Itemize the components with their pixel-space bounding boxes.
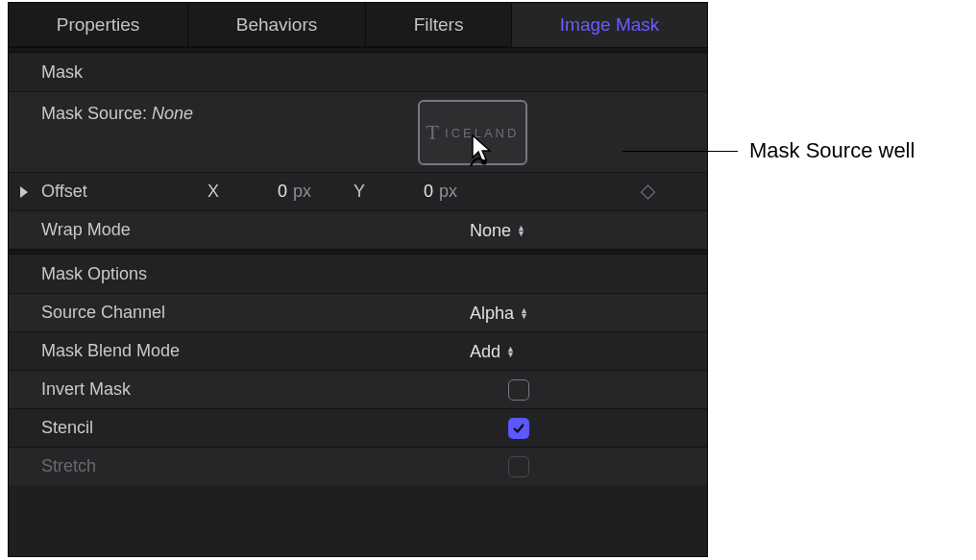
offset-row: Offset X 0 px Y 0 px [9, 172, 707, 210]
stencil-row: Stencil [9, 408, 707, 447]
section-header-mask: Mask [9, 53, 707, 91]
popup-stepper-icon: ▲▼ [520, 307, 528, 319]
popup-stepper-icon: ▲▼ [506, 346, 515, 357]
stencil-label: Stencil [41, 418, 205, 438]
offset-x-field[interactable]: 0 px [222, 182, 322, 202]
stretch-checkbox [508, 456, 529, 477]
source-channel-label: Source Channel [41, 303, 205, 323]
invert-mask-label: Invert Mask [41, 379, 205, 400]
invert-mask-row: Invert Mask [9, 370, 707, 408]
tab-properties[interactable]: Properties [9, 3, 188, 47]
blend-mode-value: Add [470, 341, 500, 361]
source-channel-value: Alpha [470, 303, 514, 323]
text-layer-icon: T [427, 120, 439, 145]
wrap-mode-label: Wrap Mode [41, 220, 205, 240]
blend-mode-label: Mask Blend Mode [41, 341, 205, 361]
offset-x-unit: px [293, 182, 322, 202]
offset-values: X 0 px Y 0 px [205, 182, 697, 202]
stretch-row: Stretch [9, 447, 707, 485]
mask-source-value: None [152, 104, 193, 123]
offset-y-label: Y [351, 182, 368, 202]
checkmark-icon [512, 422, 525, 435]
source-channel-popup[interactable]: Alpha ▲▼ [470, 303, 528, 323]
source-channel-row: Source Channel Alpha ▲▼ [9, 293, 707, 331]
mask-source-label: Mask Source: None [41, 102, 193, 124]
offset-y-field[interactable]: 0 px [368, 182, 468, 202]
stretch-label: Stretch [41, 456, 205, 476]
wrap-mode-popup[interactable]: None ▲▼ [470, 220, 525, 240]
mask-source-well[interactable]: T ICELAND [418, 100, 527, 165]
popup-stepper-icon: ▲▼ [517, 225, 525, 236]
mask-source-well-text: ICELAND [445, 126, 519, 140]
offset-label: Offset [41, 182, 205, 202]
mask-source-label-text: Mask Source: [41, 104, 147, 123]
tab-behaviors[interactable]: Behaviors [188, 3, 366, 47]
wrap-mode-value: None [470, 220, 511, 240]
blend-mode-row: Mask Blend Mode Add ▲▼ [9, 331, 707, 370]
wrap-mode-row: Wrap Mode None ▲▼ [9, 210, 707, 249]
tab-image-mask[interactable]: Image Mask [512, 3, 707, 47]
inspector-panel: Properties Behaviors Filters Image Mask … [8, 2, 708, 557]
offset-y-unit: px [439, 182, 468, 202]
offset-x-value: 0 [222, 182, 287, 202]
inspector-tabs: Properties Behaviors Filters Image Mask [9, 3, 707, 47]
offset-y-value: 0 [368, 182, 433, 202]
tab-filters[interactable]: Filters [366, 3, 512, 47]
invert-mask-checkbox[interactable] [508, 379, 529, 401]
disclosure-triangle-icon[interactable] [20, 186, 28, 198]
mask-source-row: Mask Source: None T ICELAND [9, 91, 707, 172]
stencil-checkbox[interactable] [508, 418, 529, 439]
callout-leader-line [622, 151, 738, 152]
callout-label: Mask Source well [749, 138, 915, 163]
offset-x-label: X [205, 182, 222, 202]
section-header-mask-options: Mask Options [9, 255, 707, 293]
blend-mode-popup[interactable]: Add ▲▼ [470, 341, 515, 361]
